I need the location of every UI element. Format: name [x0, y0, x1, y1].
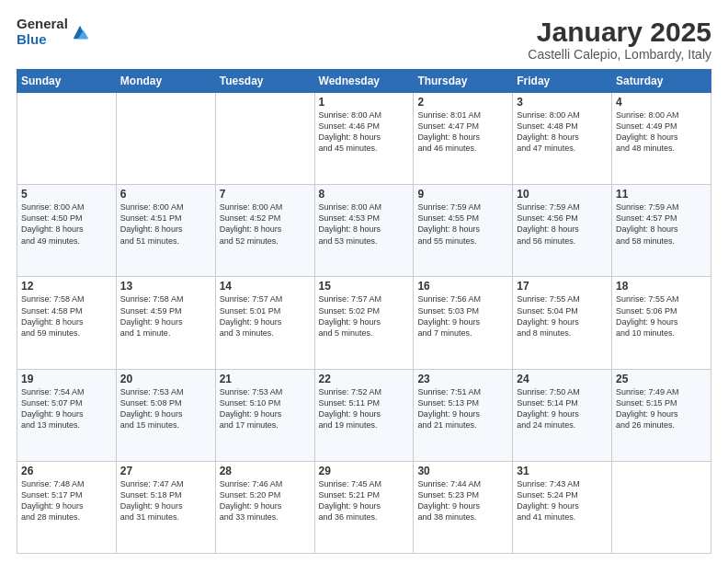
day-info: Sunrise: 8:01 AM Sunset: 4:47 PM Dayligh…	[417, 109, 508, 155]
logo-icon	[70, 22, 90, 42]
calendar-cell: 30Sunrise: 7:44 AM Sunset: 5:23 PM Dayli…	[414, 461, 513, 553]
day-number: 23	[417, 373, 508, 385]
day-info: Sunrise: 7:56 AM Sunset: 5:03 PM Dayligh…	[417, 293, 508, 339]
page: General Blue January 2025 Castelli Calep…	[0, 0, 728, 563]
calendar-header-row: SundayMondayTuesdayWednesdayThursdayFrid…	[17, 70, 711, 93]
day-number: 20	[120, 373, 211, 385]
month-title: January 2025	[528, 17, 711, 47]
header: General Blue January 2025 Castelli Calep…	[17, 17, 711, 62]
day-number: 26	[21, 465, 112, 477]
calendar-cell: 12Sunrise: 7:58 AM Sunset: 4:58 PM Dayli…	[17, 277, 117, 369]
day-info: Sunrise: 7:43 AM Sunset: 5:24 PM Dayligh…	[517, 478, 608, 523]
day-number: 12	[21, 280, 112, 293]
calendar-cell: 31Sunrise: 7:43 AM Sunset: 5:24 PM Dayli…	[513, 461, 612, 553]
calendar-cell: 23Sunrise: 7:51 AM Sunset: 5:13 PM Dayli…	[414, 369, 513, 461]
day-info: Sunrise: 7:48 AM Sunset: 5:17 PM Dayligh…	[21, 478, 112, 523]
day-info: Sunrise: 7:57 AM Sunset: 5:01 PM Dayligh…	[220, 293, 311, 339]
col-header-wednesday: Wednesday	[314, 70, 414, 93]
day-number: 2	[417, 96, 508, 109]
calendar-cell: 27Sunrise: 7:47 AM Sunset: 5:18 PM Dayli…	[116, 461, 215, 553]
day-info: Sunrise: 7:51 AM Sunset: 5:13 PM Dayligh…	[417, 386, 508, 431]
day-number: 14	[220, 280, 311, 293]
day-info: Sunrise: 8:00 AM Sunset: 4:53 PM Dayligh…	[319, 201, 410, 247]
logo-text: General Blue	[17, 17, 68, 47]
calendar-cell: 22Sunrise: 7:52 AM Sunset: 5:11 PM Dayli…	[314, 369, 414, 461]
day-info: Sunrise: 7:49 AM Sunset: 5:15 PM Dayligh…	[616, 386, 707, 431]
day-number: 27	[120, 465, 211, 477]
calendar-cell: 14Sunrise: 7:57 AM Sunset: 5:01 PM Dayli…	[215, 277, 314, 369]
day-number: 13	[120, 280, 211, 293]
week-row-3: 19Sunrise: 7:54 AM Sunset: 5:07 PM Dayli…	[17, 369, 711, 461]
calendar-cell: 4Sunrise: 8:00 AM Sunset: 4:49 PM Daylig…	[612, 93, 711, 185]
col-header-monday: Monday	[116, 70, 215, 93]
week-row-1: 5Sunrise: 8:00 AM Sunset: 4:50 PM Daylig…	[17, 185, 711, 277]
col-header-saturday: Saturday	[612, 70, 711, 93]
calendar-cell: 7Sunrise: 8:00 AM Sunset: 4:52 PM Daylig…	[215, 185, 314, 277]
day-number: 8	[319, 188, 410, 201]
day-info: Sunrise: 7:58 AM Sunset: 4:58 PM Dayligh…	[21, 293, 112, 339]
calendar-cell: 15Sunrise: 7:57 AM Sunset: 5:02 PM Dayli…	[314, 277, 414, 369]
day-info: Sunrise: 7:59 AM Sunset: 4:56 PM Dayligh…	[517, 201, 608, 247]
day-number: 5	[21, 188, 112, 201]
calendar-cell	[116, 93, 215, 185]
day-number: 11	[616, 188, 707, 201]
logo: General Blue	[17, 17, 90, 47]
day-info: Sunrise: 8:00 AM Sunset: 4:52 PM Dayligh…	[220, 201, 311, 247]
day-info: Sunrise: 7:52 AM Sunset: 5:11 PM Dayligh…	[319, 386, 410, 431]
day-info: Sunrise: 7:59 AM Sunset: 4:55 PM Dayligh…	[417, 201, 508, 247]
calendar-cell	[215, 93, 314, 185]
calendar-cell: 5Sunrise: 8:00 AM Sunset: 4:50 PM Daylig…	[17, 185, 117, 277]
day-info: Sunrise: 7:55 AM Sunset: 5:04 PM Dayligh…	[517, 293, 608, 339]
calendar-cell: 21Sunrise: 7:53 AM Sunset: 5:10 PM Dayli…	[215, 369, 314, 461]
day-number: 16	[417, 280, 508, 293]
day-info: Sunrise: 7:44 AM Sunset: 5:23 PM Dayligh…	[417, 478, 508, 523]
day-info: Sunrise: 7:53 AM Sunset: 5:10 PM Dayligh…	[220, 386, 311, 431]
day-number: 17	[517, 280, 608, 293]
calendar-cell: 2Sunrise: 8:01 AM Sunset: 4:47 PM Daylig…	[414, 93, 513, 185]
day-number: 9	[417, 188, 508, 201]
day-number: 19	[21, 373, 112, 385]
day-number: 25	[616, 373, 707, 385]
week-row-0: 1Sunrise: 8:00 AM Sunset: 4:46 PM Daylig…	[17, 93, 711, 185]
week-row-2: 12Sunrise: 7:58 AM Sunset: 4:58 PM Dayli…	[17, 277, 711, 369]
logo-general: General	[17, 17, 68, 32]
calendar-cell: 20Sunrise: 7:53 AM Sunset: 5:08 PM Dayli…	[116, 369, 215, 461]
calendar-table: SundayMondayTuesdayWednesdayThursdayFrid…	[17, 69, 711, 554]
day-info: Sunrise: 7:54 AM Sunset: 5:07 PM Dayligh…	[21, 386, 112, 431]
calendar-cell: 8Sunrise: 8:00 AM Sunset: 4:53 PM Daylig…	[314, 185, 414, 277]
location-subtitle: Castelli Calepio, Lombardy, Italy	[528, 47, 711, 62]
day-info: Sunrise: 8:00 AM Sunset: 4:49 PM Dayligh…	[616, 109, 707, 155]
day-info: Sunrise: 8:00 AM Sunset: 4:51 PM Dayligh…	[120, 201, 211, 247]
day-info: Sunrise: 7:46 AM Sunset: 5:20 PM Dayligh…	[220, 478, 311, 523]
day-number: 15	[319, 280, 410, 293]
logo-blue: Blue	[17, 32, 68, 48]
day-number: 4	[616, 96, 707, 109]
col-header-friday: Friday	[513, 70, 612, 93]
calendar-cell	[612, 461, 711, 553]
calendar-cell: 17Sunrise: 7:55 AM Sunset: 5:04 PM Dayli…	[513, 277, 612, 369]
calendar-cell: 28Sunrise: 7:46 AM Sunset: 5:20 PM Dayli…	[215, 461, 314, 553]
day-info: Sunrise: 8:00 AM Sunset: 4:50 PM Dayligh…	[21, 201, 112, 247]
day-info: Sunrise: 7:53 AM Sunset: 5:08 PM Dayligh…	[120, 386, 211, 431]
day-number: 1	[319, 96, 410, 109]
calendar-cell: 25Sunrise: 7:49 AM Sunset: 5:15 PM Dayli…	[612, 369, 711, 461]
calendar-cell: 26Sunrise: 7:48 AM Sunset: 5:17 PM Dayli…	[17, 461, 117, 553]
day-number: 29	[319, 465, 410, 477]
day-info: Sunrise: 7:45 AM Sunset: 5:21 PM Dayligh…	[319, 478, 410, 523]
calendar-cell	[17, 93, 117, 185]
calendar-cell: 29Sunrise: 7:45 AM Sunset: 5:21 PM Dayli…	[314, 461, 414, 553]
day-number: 7	[220, 188, 311, 201]
calendar-cell: 3Sunrise: 8:00 AM Sunset: 4:48 PM Daylig…	[513, 93, 612, 185]
calendar-cell: 9Sunrise: 7:59 AM Sunset: 4:55 PM Daylig…	[414, 185, 513, 277]
day-number: 3	[517, 96, 608, 109]
day-info: Sunrise: 8:00 AM Sunset: 4:46 PM Dayligh…	[319, 109, 410, 155]
day-number: 6	[120, 188, 211, 201]
calendar-cell: 10Sunrise: 7:59 AM Sunset: 4:56 PM Dayli…	[513, 185, 612, 277]
calendar-cell: 24Sunrise: 7:50 AM Sunset: 5:14 PM Dayli…	[513, 369, 612, 461]
calendar-cell: 13Sunrise: 7:58 AM Sunset: 4:59 PM Dayli…	[116, 277, 215, 369]
calendar-cell: 1Sunrise: 8:00 AM Sunset: 4:46 PM Daylig…	[314, 93, 414, 185]
day-number: 28	[220, 465, 311, 477]
day-number: 22	[319, 373, 410, 385]
day-number: 10	[517, 188, 608, 201]
calendar-cell: 18Sunrise: 7:55 AM Sunset: 5:06 PM Dayli…	[612, 277, 711, 369]
